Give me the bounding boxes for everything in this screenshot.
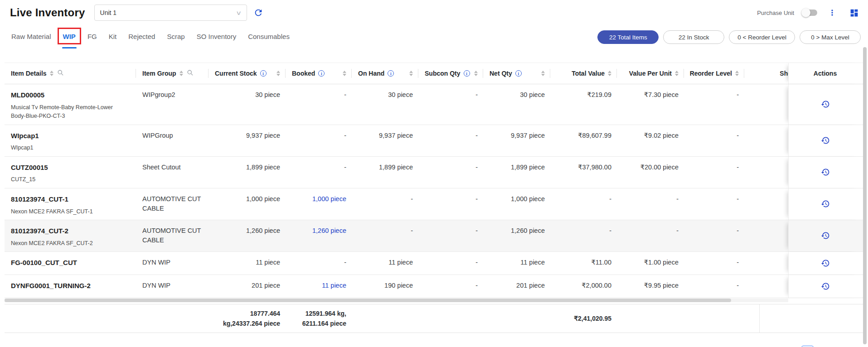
column-header-current-stock[interactable]: Current Stocki: [209, 63, 286, 84]
item-description: Musical Tv Remote-Baby Remote-Lower Body…: [11, 103, 117, 121]
cell-subcon-qty-value: -: [475, 195, 478, 202]
sort-icon[interactable]: [409, 71, 413, 76]
info-icon[interactable]: i: [464, 70, 470, 77]
item-code[interactable]: CUTZ00015: [11, 163, 131, 173]
table-row: CUTZ00015CUTZ_15Sheet Cutout1,899 piece-…: [5, 157, 866, 188]
horizontal-scrollbar-thumb[interactable]: [5, 299, 731, 302]
column-header-net-qty[interactable]: Net Qtyi: [483, 63, 550, 84]
column-header-booked[interactable]: Bookedi: [286, 63, 352, 84]
cell-current-stock: 30 piece: [209, 84, 286, 125]
summary-pills: 22 Total Items22 In Stock0 < Reorder Lev…: [597, 30, 861, 44]
sort-icon[interactable]: [50, 71, 53, 76]
search-icon[interactable]: [187, 69, 194, 77]
sort-icon[interactable]: [179, 71, 183, 76]
booked-qty: -: [344, 164, 346, 171]
info-icon[interactable]: i: [260, 70, 267, 77]
history-icon[interactable]: [821, 100, 830, 109]
pill-22-total-items[interactable]: 22 Total Items: [597, 30, 659, 44]
table-row: 810123974_CUT-2Nexon MCE2 FAKRA SF_CUT-2…: [5, 220, 866, 252]
cell-subcon-qty-value: -: [475, 259, 478, 266]
cell-net-qty-value: 9,937 piece: [511, 132, 545, 139]
column-header-value-per-unit[interactable]: Value Per Unit: [617, 63, 684, 84]
item-code[interactable]: FG-00100_CUT_CUT: [11, 258, 131, 268]
cell-on-hand-value: 9,937 piece: [379, 132, 413, 139]
horizontal-scrollbar[interactable]: [5, 299, 788, 302]
sort-icon[interactable]: [735, 71, 739, 76]
table-row: FG-00100_CUT_CUTDYN WIP11 piece-11 piece…: [5, 252, 866, 275]
tab-label: Kit: [109, 33, 117, 40]
cell-actions: [788, 125, 862, 156]
info-icon[interactable]: i: [318, 70, 325, 77]
booked-qty-link[interactable]: 1,260 piece: [312, 227, 346, 234]
sort-icon[interactable]: [608, 71, 611, 76]
pill-0-max-level[interactable]: 0 > Max Level: [800, 30, 861, 44]
totals-row: 18777.464 kg,24337.264 piece 12591.964 k…: [5, 304, 866, 333]
cell-current-stock: 11 piece: [209, 252, 286, 275]
cell-net-qty: 201 piece: [483, 275, 550, 298]
history-icon[interactable]: [821, 199, 830, 208]
cell-item-group-value: AUTOMOTIVE CUT CABLE: [142, 227, 201, 244]
totals-item-group: [136, 304, 209, 333]
cell-total-value-value: -: [609, 227, 611, 234]
tab-rejected[interactable]: Rejected: [122, 26, 161, 49]
column-header-item-group[interactable]: Item Group: [136, 63, 209, 84]
inventory-table: Item DetailsItem GroupCurrent StockiBook…: [0, 63, 868, 333]
tab-scrap[interactable]: Scrap: [161, 26, 190, 49]
cell-reorder-level-value: -: [737, 164, 739, 171]
kebab-menu-icon[interactable]: [825, 6, 839, 19]
page-title: Live Inventory: [10, 6, 85, 19]
search-icon[interactable]: [57, 69, 64, 77]
cell-subcon-qty: -: [418, 275, 483, 298]
sort-icon[interactable]: [675, 71, 679, 76]
item-code[interactable]: WIpcap1: [11, 131, 131, 141]
info-icon[interactable]: i: [515, 70, 522, 77]
pill-22-in-stock[interactable]: 22 In Stock: [663, 30, 724, 44]
sort-icon[interactable]: [474, 71, 478, 76]
cell-value-per-unit: ₹1.00 piece: [617, 252, 684, 275]
cell-reorder-level-value: -: [737, 195, 739, 202]
cell-reorder-level: -: [684, 220, 744, 251]
purchase-unit-toggle[interactable]: [802, 10, 817, 16]
booked-qty-link[interactable]: 1,000 piece: [312, 195, 346, 202]
totals-booked: 12591.964 kg, 6211.164 piece: [286, 304, 352, 333]
cell-value-per-unit: -: [617, 220, 684, 251]
item-code[interactable]: DYNFG0001_TURNING-2: [11, 281, 131, 291]
column-header-on-hand[interactable]: On Handi: [352, 63, 418, 84]
history-icon[interactable]: [821, 136, 830, 145]
column-header-reorder-level[interactable]: Reorder Level: [684, 63, 744, 84]
history-icon[interactable]: [821, 231, 830, 240]
tab-label: Rejected: [128, 33, 155, 40]
cell-subcon-qty-value: -: [475, 227, 478, 234]
tab-consumables[interactable]: Consumables: [242, 26, 296, 49]
cell-actions: [788, 252, 862, 275]
history-icon[interactable]: [821, 259, 830, 268]
item-code[interactable]: 810123974_CUT-2: [11, 226, 131, 236]
item-code[interactable]: 810123974_CUT-1: [11, 194, 131, 204]
cell-value-per-unit-value: ₹9.02 piece: [644, 132, 679, 139]
info-icon[interactable]: i: [388, 70, 394, 77]
history-icon[interactable]: [821, 168, 830, 177]
item-code[interactable]: MLD00005: [11, 90, 131, 100]
vertical-scrollbar[interactable]: [863, 47, 867, 344]
column-header-total-value[interactable]: Total Value: [550, 63, 617, 84]
cell-item-details: WIpcap1WIpcap1: [5, 125, 136, 156]
unit-dropdown[interactable]: Unit 1 ∨: [94, 5, 247, 21]
booked-qty-link[interactable]: 11 piece: [322, 282, 346, 289]
sort-icon[interactable]: [541, 71, 545, 76]
pill-0-reorder-level[interactable]: 0 < Reorder Level: [729, 30, 795, 44]
tab-kit[interactable]: Kit: [103, 26, 123, 49]
tab-raw-material[interactable]: Raw Material: [5, 26, 57, 49]
column-header-subcon-qty[interactable]: Subcon Qtyi: [418, 63, 483, 84]
tab-wip[interactable]: WIP: [57, 26, 82, 49]
sort-icon[interactable]: [276, 71, 280, 76]
tab-fg[interactable]: FG: [82, 26, 103, 49]
tab-so-inventory[interactable]: SO Inventory: [191, 26, 242, 49]
dashboard-grid-icon[interactable]: [847, 6, 861, 19]
cell-value-per-unit-value: ₹20.00 piece: [640, 164, 679, 171]
column-header-item-details[interactable]: Item Details: [5, 63, 136, 84]
history-icon[interactable]: [821, 282, 830, 291]
sort-icon[interactable]: [343, 71, 346, 76]
cell-value-per-unit: ₹7.30 piece: [617, 84, 684, 125]
item-description: Nexon MCE2 FAKRA SF_CUT-1: [11, 207, 117, 216]
refresh-icon[interactable]: [252, 6, 265, 19]
